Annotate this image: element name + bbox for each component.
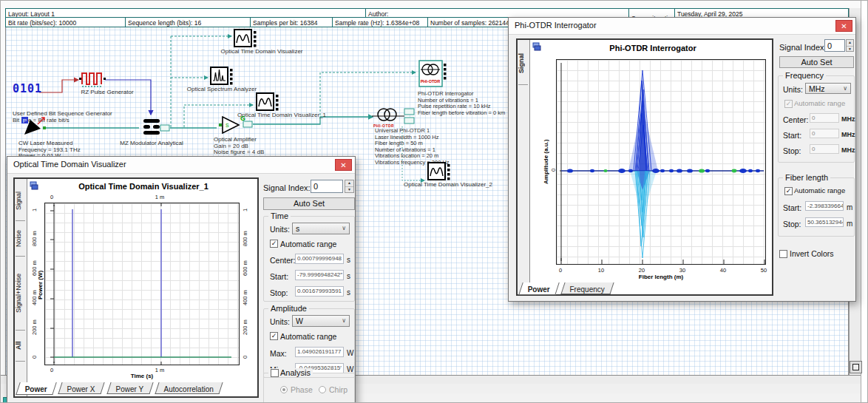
fiber-start-field[interactable]: -2.398339664 <box>805 201 844 211</box>
fiber-autorange-checkbox[interactable]: ✓ <box>784 187 793 195</box>
phi-chart-title: Phi-OTDR Interrogator <box>540 44 766 53</box>
otdv-signal-index-spinner[interactable]: ▲▼ <box>345 180 354 193</box>
frequency-start-label: Start: <box>783 131 801 140</box>
amplifier-icon[interactable]: G S <box>217 113 248 137</box>
cw-laser-icon[interactable]: P <box>20 115 47 138</box>
chirp-radio[interactable] <box>319 386 326 393</box>
frequency-autorange-checkbox[interactable]: ✓ <box>784 100 793 108</box>
mz-label: MZ Modulator Analytical <box>109 140 194 147</box>
time-center-label: Center: <box>270 256 295 265</box>
phi-dialog-titlebar[interactable]: Phi-OTDR Interrogator <box>509 18 855 35</box>
phi-xtick-30: 30 <box>677 267 688 274</box>
otdv-close-button[interactable]: ✕ <box>335 159 352 171</box>
amplitude-units-dropdown[interactable]: W∨ <box>292 315 350 327</box>
otdv-xtick-top-0: 0 <box>47 194 56 200</box>
phi-tab-power[interactable]: Power <box>518 282 560 295</box>
fiber-legend: Fiber length <box>783 173 830 182</box>
side-tab-noise[interactable]: Noise <box>15 223 25 253</box>
otdv-chart-panel: Signal Noise Signal+Noise All Optical Ti… <box>13 177 259 398</box>
tab-power[interactable]: Power <box>16 382 57 395</box>
layout-navigator-button[interactable] <box>850 361 862 373</box>
otdv-ytick-right-200m: 200 m <box>242 318 251 337</box>
otdv-signal-index-input[interactable] <box>311 180 343 193</box>
frequency-units-dropdown[interactable]: MHz∨ <box>805 83 851 94</box>
otdv-ytick-1: 1 <box>31 200 40 220</box>
otdv-dialog[interactable]: Optical Time Domain Visualizer ✕ Signal … <box>7 156 356 403</box>
amplitude-units-label: Units: <box>270 317 290 326</box>
mz-modulator-icon[interactable] <box>140 116 163 138</box>
port-uphi-output1[interactable] <box>404 109 414 115</box>
phi-int-label: Phi-OTDR Interrogator Number of vibratio… <box>418 91 505 116</box>
frequency-center-field[interactable]: 0 <box>810 113 839 123</box>
otdv-auto-set-button[interactable]: Auto Set <box>263 197 355 210</box>
time-autorange-label: Automatic range <box>280 240 336 248</box>
phi-xtick-40: 40 <box>717 267 729 274</box>
phi-xtick-20: 20 <box>636 267 648 274</box>
otdv2-label: Optical Time Domain Visualizer_2 <box>400 182 496 189</box>
otdv-plot-area[interactable] <box>44 203 240 365</box>
time-start-field[interactable]: -79.9996948242″ <box>295 270 344 280</box>
svg-text:S: S <box>226 123 229 128</box>
otdv-time-group: Time Units: s∨ ✓ Automatic range Center:… <box>263 216 355 302</box>
fiber-autorange-label: Automatic range <box>794 186 845 194</box>
otdv1-icon[interactable] <box>256 92 279 113</box>
phi-signal-index-label: Signal Index: <box>779 43 827 52</box>
osa-icon[interactable] <box>210 67 234 87</box>
side-tab-signal[interactable]: Signal <box>15 183 25 217</box>
phi-plot-area[interactable] <box>556 59 766 265</box>
frequency-stop-field[interactable]: 0 <box>810 144 839 154</box>
time-legend: Time <box>268 211 291 220</box>
fiber-stop-field[interactable]: 50.365132944 <box>805 217 844 227</box>
side-tab-all[interactable]: All <box>15 333 25 358</box>
otdv2-icon[interactable] <box>427 162 451 183</box>
bit-sequence-generator-icon[interactable]: 0101 <box>13 82 42 95</box>
tab-power-x[interactable]: Power X <box>58 382 105 394</box>
side-tab-signal-noise[interactable]: Signal+Noise <box>15 259 25 327</box>
amplitude-max-field[interactable]: 1.049026191177 <box>295 347 344 357</box>
svg-text:P: P <box>23 118 27 124</box>
header-numsamples-text: Number of samples: 262144 <box>430 19 509 27</box>
otdv-ytick-right-0: 0 <box>242 348 251 367</box>
fiber-stop-label: Stop: <box>783 220 801 228</box>
phi-signal-index-input[interactable] <box>824 39 845 52</box>
phi-side-tab-signal[interactable]: Signal <box>518 44 528 81</box>
phi-ytick-0: 0 <box>550 164 557 176</box>
time-start-unit: s <box>347 272 350 280</box>
phi-tab-frequency[interactable]: Frequency <box>561 282 614 294</box>
phi-frequency-group: Frequency Units: MHz∨ ✓ Automatic range … <box>778 75 855 163</box>
phi-close-button[interactable]: ✕ <box>835 20 852 32</box>
time-stop-field[interactable]: 0.001679993591 <box>295 286 344 297</box>
phi-dialog[interactable]: Phi-OTDR Interrogator ✕ Signal Phi-OTDR … <box>508 17 856 302</box>
phase-radio[interactable] <box>280 386 288 393</box>
phi-auto-set-button[interactable]: Auto Set <box>779 56 854 68</box>
otdv-ytick-right-800m: 800 m <box>242 229 251 248</box>
mz-name: MZ Modulator Analytical <box>120 140 183 146</box>
tab-autocorrelation[interactable]: Autocorrelation <box>155 382 223 394</box>
phi-plot-traces <box>557 60 765 264</box>
phi-xtick-50: 50 <box>758 267 770 274</box>
otdv0-icon[interactable] <box>234 29 257 50</box>
phi-int-icon-text: PHI-OTDR <box>421 79 441 84</box>
header-bitrate-cell: Bit rate (bits/sec): 10000 <box>5 17 126 27</box>
otdv-dialog-titlebar[interactable]: Optical Time Domain Visualizer <box>7 157 355 174</box>
wire-rz-to-mz[interactable] <box>105 80 151 115</box>
header-seqlen-text: Sequence length (bits): 16 <box>128 19 201 27</box>
fiber-stop-unit: m <box>847 220 852 228</box>
time-center-field[interactable]: 0.000799996948 <box>295 254 344 264</box>
amplitude-legend: Amplitude <box>268 304 309 313</box>
phi-interrogator-icon[interactable]: PHI-OTDR <box>418 60 447 89</box>
phi-fiber-group: Fiber length ✓ Automatic range Start: -2… <box>778 177 855 237</box>
port-uphi-output2[interactable] <box>404 118 414 123</box>
amplitude-autorange-checkbox[interactable]: ✓ <box>270 332 278 340</box>
invert-colors-checkbox[interactable] <box>779 250 787 258</box>
phi-signal-index-spinner[interactable]: ▲▼ <box>846 39 854 52</box>
otdv-side-tabstrip: Signal Noise Signal+Noise All <box>15 179 27 396</box>
time-units-dropdown[interactable]: s∨ <box>292 223 350 234</box>
frequency-start-field[interactable]: 0 <box>810 129 839 138</box>
otdv-amplitude-group: Amplitude Units: W∨ ✓ Automatic range Ma… <box>263 308 355 378</box>
tab-power-y[interactable]: Power Y <box>106 382 153 394</box>
time-autorange-checkbox[interactable]: ✓ <box>270 240 278 248</box>
analysis-checkbox[interactable] <box>271 369 279 377</box>
phase-radio-label: Phase <box>291 385 313 394</box>
rz-pulse-generator-icon[interactable] <box>79 67 107 89</box>
